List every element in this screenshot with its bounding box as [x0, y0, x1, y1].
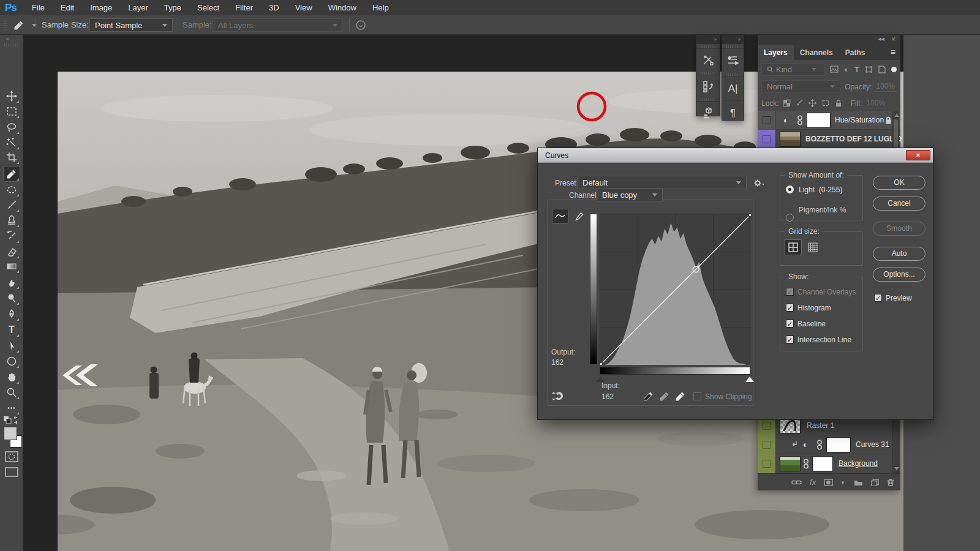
magic-wand-tool[interactable] — [4, 135, 20, 150]
scroll-up-arrow[interactable] — [894, 114, 899, 117]
foreground-color-swatch[interactable] — [4, 427, 17, 440]
layer-name[interactable]: Background — [839, 459, 878, 468]
gray-point-eyedropper[interactable] — [659, 391, 670, 402]
visibility-cell-green[interactable] — [758, 435, 776, 454]
menu-type[interactable]: Type — [156, 0, 189, 15]
crop-tool[interactable] — [4, 150, 20, 165]
lock-all-icon[interactable] — [835, 99, 842, 107]
visibility-checkbox[interactable] — [763, 460, 771, 468]
curve-plot-area[interactable] — [600, 214, 750, 364]
layer-name[interactable]: Hue/Saturation 9 — [835, 116, 890, 124]
history-brush-tool[interactable] — [4, 229, 20, 244]
menu-3d[interactable]: 3D — [261, 0, 287, 15]
new-group-icon[interactable] — [854, 479, 863, 486]
black-point-eyedropper[interactable] — [643, 391, 654, 402]
histogram-checkbox[interactable]: ✓ — [786, 304, 794, 312]
draw-curve-pencil-button[interactable] — [571, 209, 587, 223]
add-mask-icon[interactable] — [824, 479, 833, 486]
menu-filter[interactable]: Filter — [227, 0, 261, 15]
visibility-cell-selected[interactable] — [758, 130, 776, 149]
healing-brush-tool[interactable] — [4, 182, 20, 197]
dialog-titlebar[interactable]: Curves × — [538, 148, 933, 163]
layer-style-fx-icon[interactable]: fx — [810, 478, 816, 487]
intersection-line-checkbox[interactable]: ✓ — [786, 335, 794, 343]
dodge-tool[interactable] — [4, 291, 20, 305]
rectangular-marquee-tool[interactable] — [4, 104, 20, 119]
filter-pixel-layers-icon[interactable] — [830, 66, 839, 73]
radio-light[interactable] — [786, 186, 794, 193]
type-tool[interactable]: T — [4, 323, 20, 337]
highlight-input-slider[interactable] — [745, 377, 754, 382]
layer-row-curves31[interactable]: ◐ Curves 31 — [758, 435, 900, 454]
collapse-panel-chevrons[interactable]: » — [722, 36, 744, 44]
gradient-tool[interactable] — [4, 259, 20, 274]
tab-channels[interactable]: Channels — [794, 45, 839, 60]
sample-size-dropdown[interactable]: Point Sample — [89, 18, 173, 32]
radio-pigment-ink[interactable] — [786, 214, 794, 222]
layer-name[interactable]: Curves 31 — [856, 440, 889, 449]
visibility-cell[interactable] — [758, 111, 776, 130]
menu-help[interactable]: Help — [364, 0, 397, 15]
preview-checkbox[interactable]: ✓ — [874, 294, 882, 302]
actions-icon[interactable] — [696, 75, 720, 97]
collapse-panel-chevrons[interactable]: » — [696, 36, 720, 44]
white-point-eyedropper[interactable] — [675, 391, 686, 402]
filter-smart-objects-icon[interactable] — [878, 66, 886, 73]
swap-colors-icon[interactable] — [3, 416, 19, 427]
tool-presets-icon[interactable] — [696, 48, 720, 70]
lock-transparency-icon[interactable] — [783, 99, 791, 107]
filter-type-layers-icon[interactable]: T — [854, 65, 859, 74]
chevrons-right-icon[interactable]: » — [6, 36, 9, 42]
ok-button[interactable]: OK — [873, 176, 925, 190]
channel-dropdown[interactable]: Blue copy — [597, 188, 663, 201]
layer-thumbnail[interactable] — [780, 418, 801, 433]
layer-row-hue-saturation[interactable]: ◐ Hue/Saturation 9 — [758, 111, 900, 130]
layer-thumbnail[interactable] — [780, 132, 801, 147]
brush-settings-icon[interactable] — [722, 48, 744, 72]
panel-menu-icon[interactable]: ≡ — [891, 47, 895, 57]
layer-thumbnail[interactable] — [780, 456, 801, 471]
eyedropper-tool[interactable] — [4, 167, 20, 181]
filter-kind-dropdown[interactable]: Kind — [761, 63, 825, 76]
tab-layers[interactable]: Layers — [758, 45, 794, 60]
pen-tool[interactable] — [4, 307, 20, 321]
visibility-cell-green[interactable] — [758, 454, 776, 473]
grid-quarter-button[interactable] — [785, 240, 801, 255]
layer-mask-thumbnail[interactable] — [806, 113, 831, 128]
tab-paths[interactable]: Paths — [839, 45, 872, 60]
clone-stamp-tool[interactable] — [4, 213, 20, 228]
menu-file[interactable]: File — [24, 0, 53, 15]
screen-mode-icon[interactable] — [5, 467, 18, 479]
filter-adjustment-layers-icon[interactable]: ◐ — [844, 65, 849, 74]
preset-options-gear-icon[interactable] — [753, 178, 764, 188]
lock-position-icon[interactable] — [809, 99, 816, 107]
layer-name[interactable]: Raster 1 — [807, 421, 834, 430]
baseline-checkbox[interactable]: ✓ — [786, 320, 794, 328]
sampling-ring-icon[interactable] — [355, 20, 366, 32]
lock-pixels-icon[interactable] — [796, 99, 804, 107]
menu-select[interactable]: Select — [189, 0, 227, 15]
menu-view[interactable]: View — [287, 0, 320, 15]
layer-row-background[interactable]: Background — [758, 454, 900, 473]
edit-points-curve-button[interactable] — [552, 209, 568, 223]
auto-button[interactable]: Auto — [873, 247, 925, 261]
dialog-close-button[interactable]: × — [906, 150, 930, 160]
preset-dropdown[interactable]: Default — [577, 176, 747, 189]
new-layer-icon[interactable] — [871, 479, 879, 486]
3d-panel-icon[interactable] — [696, 101, 720, 123]
layer-mask-thumbnail[interactable] — [826, 437, 851, 452]
link-layers-icon[interactable] — [791, 479, 802, 485]
delete-layer-icon[interactable] — [887, 478, 894, 486]
path-selection-tool[interactable] — [4, 339, 20, 353]
visibility-checkbox[interactable] — [763, 422, 771, 430]
menu-edit[interactable]: Edit — [53, 0, 82, 15]
smudge-tool[interactable] — [4, 275, 20, 290]
ellipse-shape-tool[interactable] — [4, 354, 20, 369]
filter-shape-layers-icon[interactable] — [865, 66, 873, 73]
character-panel-icon[interactable]: A| — [722, 76, 744, 100]
hand-tool[interactable] — [4, 370, 20, 384]
filter-toggle-icon[interactable] — [891, 67, 897, 72]
menu-layer[interactable]: Layer — [120, 0, 156, 15]
options-button[interactable]: Options... — [873, 268, 925, 282]
move-tool[interactable] — [4, 89, 20, 103]
